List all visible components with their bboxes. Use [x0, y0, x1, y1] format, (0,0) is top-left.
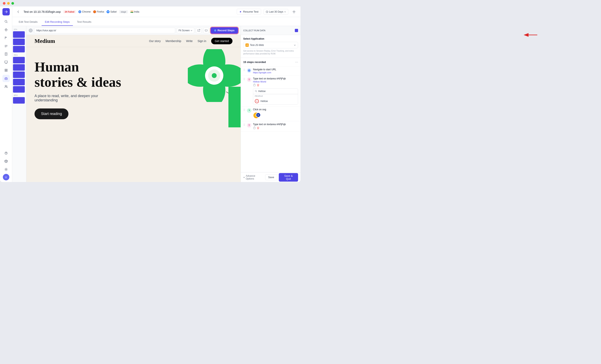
- steps-sidebar: Sta Reg Bro: [12, 26, 26, 182]
- mini-step-9[interactable]: [13, 97, 25, 104]
- nav-settings-icon[interactable]: [2, 166, 10, 173]
- mini-step-7[interactable]: [13, 79, 25, 85]
- step-type-2-title: Type text on textarea #APjFqb: [253, 123, 298, 126]
- minimize-button[interactable]: [7, 2, 10, 5]
- copy-step-button-2[interactable]: [253, 127, 256, 130]
- step-group-bro: Bro: [13, 93, 25, 97]
- last-days-dropdown[interactable]: Last 30 Days: [263, 9, 288, 15]
- external-link-button[interactable]: [196, 28, 202, 33]
- step-type-1: ⠿ T Type text on textarea #APjFqb Hellow…: [241, 76, 300, 106]
- membership-link[interactable]: Membership: [165, 40, 181, 43]
- dropdown-section-label: PEOPLE: [253, 94, 298, 98]
- step-group-reg: Reg: [13, 53, 25, 56]
- navigate-icon: [247, 68, 251, 73]
- step-drag-handle-3[interactable]: ⠿: [243, 109, 245, 112]
- nav-flag-icon[interactable]: [2, 34, 10, 41]
- nav-list-icon[interactable]: [2, 42, 10, 50]
- get-started-button[interactable]: Get started: [211, 38, 232, 44]
- tab-test-results[interactable]: Test Results: [74, 18, 95, 26]
- nav-search-icon[interactable]: [2, 18, 10, 25]
- firefox-label: Firefox: [97, 10, 104, 13]
- mini-step-4[interactable]: [13, 57, 25, 63]
- nav-help-icon[interactable]: [2, 150, 10, 157]
- save-button[interactable]: Save: [265, 174, 277, 180]
- back-button[interactable]: [15, 9, 21, 15]
- mini-step-1[interactable]: [13, 31, 25, 38]
- hero-headline: Human stories & ideas: [35, 59, 136, 90]
- svg-rect-6: [5, 53, 7, 55]
- steps-more-button[interactable]: ···: [295, 60, 298, 64]
- chrome-label: Chrome: [82, 10, 91, 13]
- nav-users-icon[interactable]: [2, 83, 10, 90]
- step-search-box: Hellow PEOPLE H Hellow: [253, 88, 298, 105]
- medium-nav-links: Our story Membership Write Sign in Get s…: [149, 38, 232, 44]
- step-navigate-row: ⠿ Navigate to start URL https://google.c…: [243, 68, 298, 74]
- app-name: Test-JS-Web: [250, 44, 264, 47]
- avatar-overlay: M: [256, 112, 261, 117]
- our-story-link[interactable]: Our story: [149, 40, 161, 43]
- app-dropdown[interactable]: JS Test-JS-Web: [243, 42, 298, 48]
- fit-screen-select[interactable]: Fit Screen: [177, 28, 194, 33]
- device-icon-button[interactable]: [203, 28, 209, 33]
- rum-toggle[interactable]: [295, 29, 298, 32]
- nav-avatar[interactable]: U: [3, 174, 9, 180]
- start-reading-button[interactable]: Start reading: [35, 109, 69, 119]
- nav-logo[interactable]: [2, 8, 10, 15]
- svg-point-27: [94, 11, 95, 12]
- maximize-button[interactable]: [11, 2, 14, 5]
- steps-header: 15 steps recorded ···: [241, 58, 300, 66]
- svg-point-32: [294, 11, 295, 12]
- step-drag-handle-2[interactable]: ⠿: [243, 78, 245, 81]
- write-link[interactable]: Write: [186, 40, 193, 43]
- save-quit-button[interactable]: Save & Quit: [279, 173, 298, 182]
- nav-home-icon[interactable]: [2, 26, 10, 33]
- step-dropdown: PEOPLE H Hellow: [253, 94, 298, 104]
- nav-bot-icon[interactable]: [2, 75, 10, 82]
- sign-in-link[interactable]: Sign in: [198, 40, 206, 43]
- step-drag-handle-4[interactable]: ⠿: [243, 123, 245, 127]
- nav-grid-icon[interactable]: [2, 67, 10, 74]
- step-navigate-value: https://google.com: [253, 71, 298, 74]
- advance-plus-icon: +: [243, 176, 245, 179]
- step-click-content: Click on svg ⭐ M: [253, 108, 298, 120]
- copy-step-button[interactable]: [253, 84, 256, 87]
- settings-button[interactable]: [291, 9, 297, 15]
- steps-panel: 15 steps recorded ··· ⠿ Nav: [241, 58, 300, 172]
- type-icon-2: T: [247, 123, 251, 128]
- nav-document-icon[interactable]: [2, 50, 10, 58]
- url-bar[interactable]: https://uiux.app.io/: [34, 28, 175, 33]
- delete-step-button[interactable]: [257, 84, 260, 87]
- topbar: Test on 10.10.78.83/login.asp 24 Failed …: [12, 7, 300, 17]
- mini-step-2[interactable]: [13, 39, 25, 45]
- close-button[interactable]: [3, 2, 5, 5]
- step-type-1-actions: [253, 84, 298, 87]
- advance-options-button[interactable]: + Advance Options: [243, 174, 263, 180]
- mini-step-5[interactable]: [13, 64, 25, 71]
- topbar-right: Resume Test Last 30 Days: [237, 9, 297, 15]
- dropdown-item-hellow[interactable]: H Hellow: [253, 98, 298, 104]
- tab-edit-test-details[interactable]: Edit Test Details: [15, 18, 41, 26]
- step-type-2-row: ⠿ T Type text on textarea #APjFqb: [243, 123, 298, 130]
- mini-step-8[interactable]: [13, 86, 25, 93]
- nav-monitor-icon[interactable]: [2, 59, 10, 66]
- record-steps-button[interactable]: Record Steps: [210, 27, 238, 34]
- step-type-1-title: Type text on textarea #APjFqb: [253, 77, 298, 80]
- step-avatar-row: ⭐ M: [253, 112, 298, 120]
- nav-package-icon[interactable]: [2, 158, 10, 165]
- svg-rect-49: [254, 127, 255, 129]
- browser-toolbar: https://uiux.app.io/ Fit Screen: [26, 26, 240, 35]
- mini-step-3[interactable]: [13, 46, 25, 52]
- delete-step-button-2[interactable]: [257, 127, 260, 130]
- step-navigate: ⠿ Navigate to start URL https://google.c…: [241, 66, 300, 76]
- rum-description: Get access to Session Replay, Error Trac…: [243, 50, 298, 55]
- tab-edit-recording-steps[interactable]: Edit Recording Steps: [42, 18, 73, 26]
- step-drag-handle[interactable]: ⠿: [243, 69, 245, 72]
- svg-point-21: [6, 154, 6, 154]
- step-search-input: Hellow: [253, 89, 298, 94]
- svg-rect-13: [6, 69, 7, 70]
- svg-point-17: [5, 78, 6, 79]
- resume-test-button[interactable]: Resume Test: [237, 9, 261, 15]
- step-click-svg: ⠿ Click on svg ⭐: [241, 106, 300, 121]
- select-app-label: Select Application: [243, 37, 298, 40]
- mini-step-6[interactable]: [13, 71, 25, 78]
